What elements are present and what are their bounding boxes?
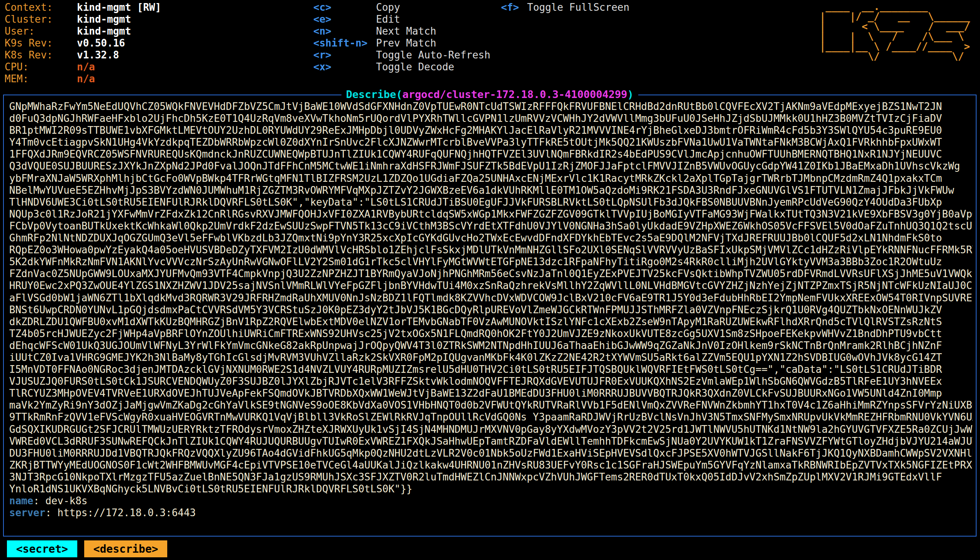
describe-view: Describe(argocd/cluster-172.18.0.3-41000…	[3, 95, 977, 537]
describe-text-line: dEhqcWFScW01UkQ3UGJOUmVlWFNyL3YrWlFkYmVm…	[9, 340, 973, 352]
describe-text-line: 9TTkRmRnFzQVV1eFVScWgyR0xuaHVEOGVRTnMwVU…	[9, 411, 973, 423]
breadcrumb: <secret><describe>	[7, 540, 167, 557]
info-label: Context:	[5, 2, 77, 13]
describe-text-line: 1FFQXdJRm9EQVRCZ05WSFNVRUREQUsKQmdnckJnR…	[9, 148, 973, 160]
hotkey-row: <e>Edit	[313, 13, 490, 25]
info-value: kind-mgmt	[77, 13, 131, 25]
describe-field-row: name: dev-k8s	[9, 495, 973, 507]
field-value: dev-k8s	[45, 495, 88, 507]
describe-text-line: Y4Tm0vcEtiagpvSkN1UHg4VkYzdkpqTEZDbWRRbW…	[9, 137, 973, 148]
describe-text-line: NQUp3c0l1RzJoR21jYXFwMmVrZFdxZk12CnRlRGs…	[9, 208, 973, 220]
describe-text-line: maVk2YmZyRi9nY3dOZjJaMjgwVmZKaDg2cGhYaVl…	[9, 399, 973, 411]
describe-text-line: VWREd0VCL3dRRUF3SUNwREFQCkJnTlZIUk1CQWY4…	[9, 435, 973, 447]
describe-text-line: BNSt6UwpCRDN0YUNvL1pGQjdsdmxPaCtCVVRSdVM…	[9, 304, 973, 316]
info-label: MEM:	[5, 73, 77, 85]
hotkeys-column-1: <c>Copy<e>Edit<n>Next Match<shift-n>Prev…	[313, 2, 490, 73]
describe-text-line: iUUtCZ0Iva1VHRG9GMEJYK2h3NlBaMy8yTGhIcGl…	[9, 352, 973, 363]
describe-text-line: BR1ptMWI2R09sTTBUWE1vbXFGMktLMEVtOUY2Uzh…	[9, 125, 973, 137]
cluster-info-row: CPU:n/a	[5, 61, 161, 73]
info-value: v0.50.16	[77, 37, 125, 49]
hotkey-key: <e>	[313, 13, 376, 25]
hotkey-label: Toggle FullScreen	[527, 2, 629, 13]
cluster-info-row: MEM:n/a	[5, 73, 161, 85]
hotkey-row: <f>Toggle FullScreen	[501, 2, 629, 13]
describe-text-line: TlHNDV6UWE3Ci0tLS0tRU5EIENFUlRJRklDQVRFL…	[9, 197, 973, 208]
field-value: https://172.18.0.3:6443	[57, 507, 196, 518]
hotkey-key: <r>	[313, 49, 376, 61]
hotkeys-column-2: <f>Toggle FullScreen	[501, 2, 629, 13]
describe-text-line: RQpEZ0o3WHowa0pwYzEyakQ4a05oeHVUSVBDeDZy…	[9, 244, 973, 256]
describe-text-line: aFlVSGd0bW1jaWN6ZTl1bXlqdkMvd3RQRWR3V29J…	[9, 292, 973, 304]
describe-text-line: 5K2dkYWFnMkRzNmFVN1AKNlYvcVVVczNrSzAyUnR…	[9, 256, 973, 268]
field-key: server	[9, 507, 45, 518]
info-label: K9s Rev:	[5, 37, 77, 49]
hotkey-row: <shift-n>Prev Match	[313, 37, 490, 49]
describe-text-line: TZ4b05rcHJWUEZyc2FjWHp4aVpBRFlOYnZOUlhiU…	[9, 328, 973, 340]
describe-text-line: YnloR1dNS1UKVXBqNGhyck5LNVBvCi0tLS0tRU5E…	[9, 483, 973, 495]
hotkey-row: <c>Copy	[313, 2, 490, 13]
info-label: K8s Rev:	[5, 49, 77, 61]
describe-text-line: GhmRFp2NlNtNDZDUXJqOGZGUmQ3eVl5eFFwblVKb…	[9, 232, 973, 244]
describe-content[interactable]: GNpMWhaRzFwYm5NeEdUQVhCZ05WQkFNVEVHdDFZb…	[9, 101, 973, 519]
hotkey-row: <n>Next Match	[313, 25, 490, 37]
describe-text-line: TlRCYUZ3MHpOVEV4TVRVeE1URXdOVEJhTUJVeApF…	[9, 387, 973, 399]
cluster-info-panel: Context:kind-mgmt [RW]Cluster:kind-mgmtU…	[5, 2, 161, 85]
describe-text-line: ybFMraXNJaW5WRXphMlhjbCtGcFo0WVpBWkp4TFR…	[9, 173, 973, 185]
describe-text-line: ZKRjBTTWYyMEdUOGNOS0F1cWt2WHFBMWUvMGF4cE…	[9, 459, 973, 471]
info-value: kind-mgmt	[77, 25, 131, 37]
info-label: CPU:	[5, 61, 77, 73]
hotkey-label: Toggle Auto-Refresh	[376, 49, 490, 61]
cluster-info-row: User:kind-mgmt	[5, 25, 161, 37]
hotkey-label: Edit	[376, 13, 400, 25]
describe-title-prefix: Describe(	[346, 88, 402, 100]
hotkey-row: <r>Toggle Auto-Refresh	[313, 49, 490, 61]
hotkey-key: <n>	[313, 25, 376, 37]
describe-text-line: GdSQXIKUDRGUGt2SFJCRUlTMWUzUERYRktzTFROd…	[9, 423, 973, 435]
field-key: name	[9, 495, 33, 507]
hotkey-key: <c>	[313, 2, 376, 13]
describe-title-suffix: )	[627, 88, 633, 100]
hotkey-label: Prev Match	[376, 37, 437, 49]
cluster-info-row: K8s Rev:v1.32.8	[5, 49, 161, 61]
describe-text-line: DU3FHU0liM0RRRUJDd1VBQTRJQkFRQzVQQXlyZU9…	[9, 447, 973, 459]
hotkey-label: Next Match	[376, 25, 437, 37]
describe-text-line: Q3dVQUE0SUJBUURESzJXYkJnZXpNd2JPd0FvalJO…	[9, 160, 973, 172]
cluster-info-row: K9s Rev:v0.50.16	[5, 37, 161, 49]
hotkey-label: Copy	[376, 2, 400, 13]
describe-text-line: dkZDRLZDU1QWFBU0xvM1dXWTkKUzBQMHRGZjBnV1…	[9, 316, 973, 328]
hotkey-row: <x>Toggle Decode	[313, 61, 490, 73]
describe-text-line: d0FuQ3dpNGJhRWFaeHFxblo2UjFhcDh5KzE0T1Q4…	[9, 113, 973, 125]
describe-title-resource: argocd/cluster-172.18.0.3-4100004299	[402, 88, 627, 100]
describe-text-line: NBelMwYUVueE5EZHhvMjJpS3BVYzdWN0JUMWhuM1…	[9, 185, 973, 197]
k9s-ascii-logo: ____ __.________ | |/ _/ __ \______ | < …	[820, 2, 970, 62]
hotkey-label: Toggle Decode	[376, 61, 455, 73]
breadcrumb-item[interactable]: <secret>	[7, 540, 77, 557]
field-separator: :	[45, 507, 57, 518]
describe-text-line: I5MnVDT0FFNAo0NGRoc3djenJMTDAzcklGVjNXNU…	[9, 363, 973, 375]
info-value: kind-mgmt [RW]	[77, 2, 161, 13]
describe-text-line: FCbVp0VytoanBUTkUxektKcWhkaWl0Qkp2UmVrdk…	[9, 220, 973, 232]
info-value: n/a	[77, 61, 95, 73]
describe-text-line: GNpMWhaRzFwYm5NeEdUQVhCZ05WQkFNVEVHdDFZb…	[9, 101, 973, 113]
cluster-info-row: Context:kind-mgmt [RW]	[5, 2, 161, 13]
describe-text-line: VJUSUZJQ0FURS0tLS0tCk1JSURCVENDQWUyZ0F3S…	[9, 375, 973, 387]
info-label: User:	[5, 25, 77, 37]
info-value: n/a	[77, 73, 95, 85]
hotkey-key: <x>	[313, 61, 376, 73]
field-separator: :	[33, 495, 45, 507]
hotkey-key: <f>	[501, 2, 527, 13]
describe-text-line: FZdnVac0Z5NUpGWW9LOUxaMXJYUFMvQm93VTF4Cm…	[9, 268, 973, 280]
info-label: Cluster:	[5, 13, 77, 25]
describe-title: Describe(argocd/cluster-172.18.0.3-41000…	[342, 88, 638, 100]
k9s-terminal: Context:kind-mgmt [RW]Cluster:kind-mgmtU…	[0, 0, 980, 560]
cluster-info-row: Cluster:kind-mgmt	[5, 13, 161, 25]
breadcrumb-item[interactable]: <describe>	[84, 540, 168, 557]
hotkey-key: <shift-n>	[313, 37, 376, 49]
describe-text-line: 3NJT3RpcG10NkpoTXlrMzgzTFU5azZuelBnNE5QN…	[9, 471, 973, 483]
describe-text-line: HRUY0Ewc2xPQ3ZwOUE4YlZGS1NXZHZWV1JDV25sa…	[9, 280, 973, 292]
info-value: v1.32.8	[77, 49, 119, 61]
describe-field-row: server: https://172.18.0.3:6443	[9, 507, 973, 519]
